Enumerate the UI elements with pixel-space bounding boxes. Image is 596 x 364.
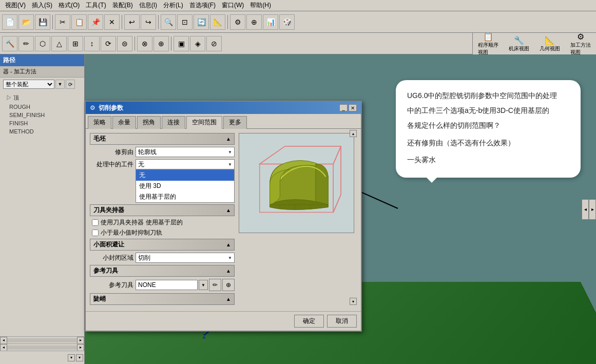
toolbar2-btn3[interactable]: ⬡: [35, 36, 50, 51]
toolbar2-btn2[interactable]: ✏: [18, 36, 34, 51]
sidebar-item-rough[interactable]: ROUGH: [0, 103, 84, 111]
ok-button[interactable]: 确定: [294, 315, 324, 328]
hscroll2-right[interactable]: ▸: [77, 344, 84, 351]
toolbar-layer[interactable]: 📊: [263, 14, 278, 30]
menu-item-format[interactable]: 格式(O): [55, 0, 83, 11]
cankao-edit-btn[interactable]: ✏: [209, 279, 221, 291]
xiujianyou-select[interactable]: 轮廓线 ▼: [136, 147, 235, 157]
section-xiaomianji-header[interactable]: 小面积避让 ▲: [90, 239, 235, 251]
toolbar-view3d[interactable]: 🎲: [279, 14, 295, 30]
tab-strategy[interactable]: 策略: [88, 116, 111, 129]
cankao-dropdown-btn[interactable]: ▼: [199, 280, 208, 290]
cankao-select[interactable]: NONE: [136, 280, 198, 290]
toolbar-new[interactable]: 📄: [2, 14, 17, 30]
toolbar-measure[interactable]: 📐: [210, 14, 225, 30]
toolbar2-btn5[interactable]: ⊞: [68, 36, 83, 51]
panel-btn-program[interactable]: 📋 程序顺序视图: [473, 33, 504, 54]
toolbar2-btn11[interactable]: ▣: [174, 36, 189, 51]
toolbar-zoom-in[interactable]: 🔍: [161, 14, 176, 30]
sidebar-item-semifinish[interactable]: SEMI_FINISH: [0, 111, 84, 119]
hscroll-right[interactable]: ▸: [77, 337, 84, 344]
dialog-footer: 确定 取消: [86, 311, 361, 331]
toolbar-cut[interactable]: ✂: [55, 14, 70, 30]
hscroll2-left[interactable]: ◂: [0, 344, 7, 351]
dialog-close-btn[interactable]: ✕: [349, 104, 357, 111]
toolbar2-btn7[interactable]: ⟳: [101, 36, 116, 51]
toolbar-fit[interactable]: ⊡: [177, 14, 193, 30]
toolbar-settings[interactable]: ⚙: [230, 14, 245, 30]
hscroll-left[interactable]: ◂: [0, 337, 7, 344]
tab-space-range[interactable]: 空间范围: [186, 116, 222, 129]
toolbar2-btn13[interactable]: ⊘: [206, 36, 222, 51]
panel-btn-method[interactable]: ⚙ 加工方法视图: [565, 33, 596, 54]
menu-item-prefs[interactable]: 首选项(F): [186, 0, 219, 11]
sidebar-nav-down1[interactable]: ▾: [68, 354, 75, 361]
bubble-line1: UG6.0中的型腔铣切削参数中空间范围中的处理: [407, 89, 569, 102]
viewport-nav-left[interactable]: ◂: [582, 199, 589, 220]
cankao-add-btn[interactable]: ⊕: [222, 279, 235, 291]
toolbar2-btn9[interactable]: ⊗: [137, 36, 152, 51]
tab-more[interactable]: 更多: [223, 116, 247, 129]
dialog-vscroll-down[interactable]: ▾: [350, 298, 357, 305]
sidebar-dropdown-btn[interactable]: ▼: [55, 80, 65, 89]
toolbar-sep2: [122, 15, 122, 29]
toolbar-redo[interactable]: ↪: [141, 14, 156, 30]
menu-item-window[interactable]: 窗口(W): [219, 0, 247, 11]
dialog-controls: _ ✕: [339, 104, 357, 111]
dialog-title: 切削参数: [99, 104, 123, 112]
sidebar-refresh-btn[interactable]: ⟳: [66, 80, 75, 89]
sidebar-dropdown[interactable]: 整个装配: [3, 80, 54, 89]
tab-corner[interactable]: 拐角: [137, 116, 161, 129]
panel-btn-machine[interactable]: 🔧 机床视图: [504, 33, 534, 54]
dialog-vscroll-up[interactable]: ▴: [350, 130, 357, 137]
tab-connect[interactable]: 连接: [162, 116, 185, 129]
toolbar-snap[interactable]: ⊕: [246, 14, 262, 30]
menu-item-help[interactable]: 帮助(H): [247, 0, 274, 11]
section-daoju-header[interactable]: 刀具夹持器 ▲: [90, 204, 235, 216]
cb-use-holder[interactable]: [92, 219, 99, 226]
panel-btn-geom[interactable]: 📐 几何视图: [534, 33, 565, 54]
toolbar-copy[interactable]: 📋: [71, 14, 87, 30]
section-steep-label: 陡峭: [93, 295, 106, 303]
toolbar-rotate[interactable]: 🔄: [194, 14, 209, 30]
menu-item-view[interactable]: 视图(V): [2, 0, 29, 11]
toolbar-paste[interactable]: 📌: [88, 14, 103, 30]
toolbar-open[interactable]: 📂: [18, 14, 34, 30]
sidebar-item-method[interactable]: METHOD: [0, 127, 84, 136]
dropdown-item-3d[interactable]: 使用 3D: [136, 181, 234, 191]
dialog-minimize-btn[interactable]: _: [339, 104, 348, 111]
chulizong-label: 处理中的工件: [90, 160, 133, 169]
dropdown-item-wu[interactable]: 无: [136, 170, 234, 181]
chulizong-select[interactable]: 无 ▼: [136, 159, 235, 169]
menu-item-info[interactable]: 信息(I): [136, 0, 160, 11]
toolbar2-btn6[interactable]: ↕: [84, 36, 100, 51]
hscroll-track: [7, 338, 77, 342]
toolbar-save[interactable]: 💾: [35, 14, 50, 30]
secondary-toolbar: 🔨 ✏ ⬡ △ ⊞ ↕ ⟳ ⊜ ⊗ ⊕ ▣ ◈ ⊘ 📋 程序顺序视图 🔧 机床视…: [0, 33, 596, 54]
cb-suppress[interactable]: [92, 229, 99, 236]
toolbar2-btn12[interactable]: ◈: [190, 36, 205, 51]
xiaobi-select[interactable]: 切削 ▼: [136, 253, 235, 263]
sidebar-item-top[interactable]: ▷ 顶: [0, 93, 84, 103]
toolbar2-btn1[interactable]: 🔨: [2, 36, 17, 51]
toolbar-undo[interactable]: ↩: [124, 14, 140, 30]
viewport-nav-right[interactable]: ▸: [589, 199, 596, 220]
section-steep-header[interactable]: 陡峭 ▲: [90, 293, 235, 305]
sidebar-nav-down2[interactable]: ▾: [76, 354, 83, 361]
menu-item-assembly[interactable]: 装配(B): [109, 0, 136, 11]
section-cankao-header[interactable]: 参考刀具 ▲: [90, 265, 235, 277]
sidebar-item-finish[interactable]: FINISH: [0, 119, 84, 127]
menu-item-analysis[interactable]: 分析(L): [160, 0, 186, 11]
menu-item-insert[interactable]: 插入(S): [29, 0, 55, 11]
tab-allowance[interactable]: 余量: [112, 116, 136, 129]
toolbar2-btn10[interactable]: ⊕: [153, 36, 169, 51]
toolbar-delete[interactable]: ✕: [104, 14, 120, 30]
toolbar2-btn4[interactable]: △: [51, 36, 67, 51]
cancel-button[interactable]: 取消: [327, 315, 357, 328]
dropdown-item-layer[interactable]: 使用基于层的: [136, 191, 234, 202]
chulizong-dropdown: 无 使用 3D 使用基于层的: [136, 169, 235, 203]
section-maobi-header[interactable]: 毛坯 ▲: [90, 133, 235, 145]
toolbar2-btn8[interactable]: ⊜: [117, 36, 132, 51]
cankao-value: NONE: [138, 281, 156, 289]
menu-item-tools[interactable]: 工具(T): [83, 0, 109, 11]
